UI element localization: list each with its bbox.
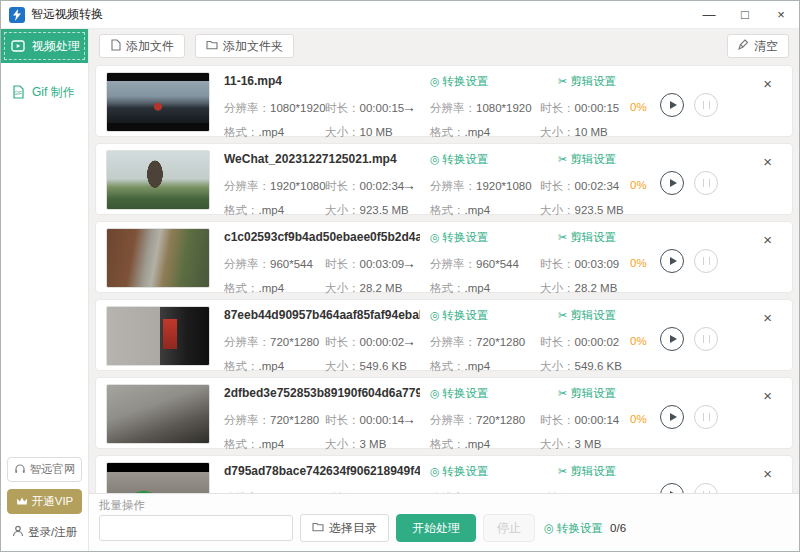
convert-arrow-icon: →: [402, 333, 416, 349]
sidebar-tab-video-processing[interactable]: 视频处理: [1, 29, 88, 63]
source-size: 3 MB: [360, 438, 387, 450]
remove-file-icon[interactable]: ×: [763, 466, 772, 481]
clip-settings-link[interactable]: ✂剪辑设置: [558, 152, 616, 167]
video-thumbnail: [106, 306, 210, 366]
remove-file-icon[interactable]: ×: [763, 76, 772, 91]
remove-file-icon[interactable]: ×: [763, 310, 772, 325]
convert-settings-link[interactable]: ◎转换设置: [430, 464, 489, 479]
start-processing-button[interactable]: 开始处理: [396, 514, 476, 542]
play-icon: [670, 101, 677, 109]
target-resolution: 720*1280: [476, 336, 525, 348]
clip-settings-link[interactable]: ✂剪辑设置: [558, 386, 616, 401]
batch-operations-label: 批量操作: [99, 497, 789, 513]
output-directory-input[interactable]: [99, 515, 293, 541]
play-button[interactable]: [660, 93, 684, 117]
gear-icon: ◎: [544, 521, 554, 535]
video-filename: WeChat_20231227125021.mp4: [224, 152, 420, 166]
convert-arrow-icon: →: [402, 489, 416, 493]
video-thumbnail: [106, 462, 210, 493]
gear-icon: ◎: [430, 465, 440, 477]
video-icon: [11, 39, 25, 53]
gear-icon: ◎: [430, 231, 440, 243]
add-folder-button[interactable]: 添加文件夹: [195, 34, 294, 58]
convert-settings-link[interactable]: ◎转换设置: [430, 308, 489, 323]
pause-icon: [703, 257, 710, 265]
target-size: 3 MB: [575, 438, 602, 450]
convert-arrow-icon: →: [402, 177, 416, 193]
clear-all-button[interactable]: 清空: [727, 34, 789, 58]
play-button[interactable]: [660, 405, 684, 429]
svg-text:GIF: GIF: [14, 91, 22, 96]
source-duration: 00:03:09: [360, 258, 405, 270]
clear-all-label: 清空: [754, 38, 778, 55]
scissors-icon: ✂: [558, 231, 567, 243]
convert-settings-link[interactable]: ◎转换设置: [430, 230, 489, 245]
play-icon: [670, 413, 677, 421]
target-format: .mp4: [465, 204, 491, 216]
close-button[interactable]: ×: [763, 1, 799, 29]
convert-settings-link[interactable]: ◎转换设置: [430, 74, 489, 89]
clip-settings-link[interactable]: ✂剪辑设置: [558, 74, 616, 89]
progress-percent: 0%: [630, 491, 647, 493]
clip-settings-link[interactable]: ✂剪辑设置: [558, 230, 616, 245]
play-button[interactable]: [660, 327, 684, 351]
user-icon: [12, 525, 24, 539]
remove-file-icon[interactable]: ×: [763, 388, 772, 403]
target-duration: 00:00:14: [575, 414, 620, 426]
main-panel: 添加文件 添加文件夹 清空: [89, 29, 799, 551]
source-resolution: 1920*1080: [270, 180, 326, 192]
add-file-button[interactable]: 添加文件: [99, 34, 185, 58]
gear-icon: ◎: [430, 387, 440, 399]
pause-button[interactable]: [694, 249, 718, 273]
source-format: .mp4: [259, 126, 285, 138]
pause-button[interactable]: [694, 405, 718, 429]
login-register-button[interactable]: 登录/注册: [7, 521, 82, 543]
pause-button[interactable]: [694, 171, 718, 195]
file-row: 11-16.mp4 ◎转换设置 ✂剪辑设置 × 分辨率：1080*1920 时长…: [95, 65, 793, 137]
gear-icon: ◎: [430, 75, 440, 87]
play-icon: [670, 257, 677, 265]
crown-icon: [16, 496, 28, 508]
stop-button[interactable]: 停止: [483, 514, 535, 542]
play-icon: [670, 491, 677, 493]
source-size: 923.5 MB: [360, 204, 409, 216]
headset-icon: [14, 463, 26, 477]
official-website-button[interactable]: 智远官网: [7, 457, 82, 482]
file-list: 11-16.mp4 ◎转换设置 ✂剪辑设置 × 分辨率：1080*1920 时长…: [89, 63, 799, 493]
clip-settings-link[interactable]: ✂剪辑设置: [558, 464, 616, 479]
clip-settings-link[interactable]: ✂剪辑设置: [558, 308, 616, 323]
convert-settings-link[interactable]: ◎转换设置: [430, 386, 489, 401]
remove-file-icon[interactable]: ×: [763, 232, 772, 247]
minimize-button[interactable]: —: [691, 1, 727, 29]
pause-button[interactable]: [694, 93, 718, 117]
official-website-label: 智远官网: [30, 462, 76, 477]
remove-file-icon[interactable]: ×: [763, 154, 772, 169]
source-duration: 00:02:34: [360, 180, 405, 192]
progress-percent: 0%: [630, 257, 647, 269]
pause-button[interactable]: [694, 327, 718, 351]
open-vip-button[interactable]: 开通VIP: [7, 489, 82, 514]
target-size: 28.2 MB: [575, 282, 618, 294]
source-size: 10 MB: [360, 126, 393, 138]
video-thumbnail: [106, 384, 210, 444]
select-directory-button[interactable]: 选择目录: [300, 514, 389, 542]
pause-icon: [703, 491, 710, 493]
sidebar-tab-label: 视频处理: [32, 38, 80, 55]
toolbar: 添加文件 添加文件夹 清空: [89, 29, 799, 63]
source-resolution: 1280*580: [270, 492, 319, 493]
source-resolution: 960*544: [270, 258, 313, 270]
video-thumbnail: [106, 228, 210, 288]
sidebar-tab-gif-maker[interactable]: GIF Gif 制作: [1, 75, 88, 109]
play-button[interactable]: [660, 171, 684, 195]
convert-settings-link[interactable]: ◎转换设置: [430, 152, 489, 167]
play-button[interactable]: [660, 483, 684, 493]
maximize-button[interactable]: □: [727, 1, 763, 29]
batch-convert-settings-link[interactable]: ◎转换设置: [544, 521, 603, 536]
scissors-icon: ✂: [558, 465, 567, 477]
target-size: 549.6 KB: [575, 360, 622, 372]
source-format: .mp4: [259, 438, 285, 450]
file-icon: [110, 39, 121, 54]
convert-arrow-icon: →: [402, 99, 416, 115]
pause-button[interactable]: [694, 483, 718, 493]
play-button[interactable]: [660, 249, 684, 273]
